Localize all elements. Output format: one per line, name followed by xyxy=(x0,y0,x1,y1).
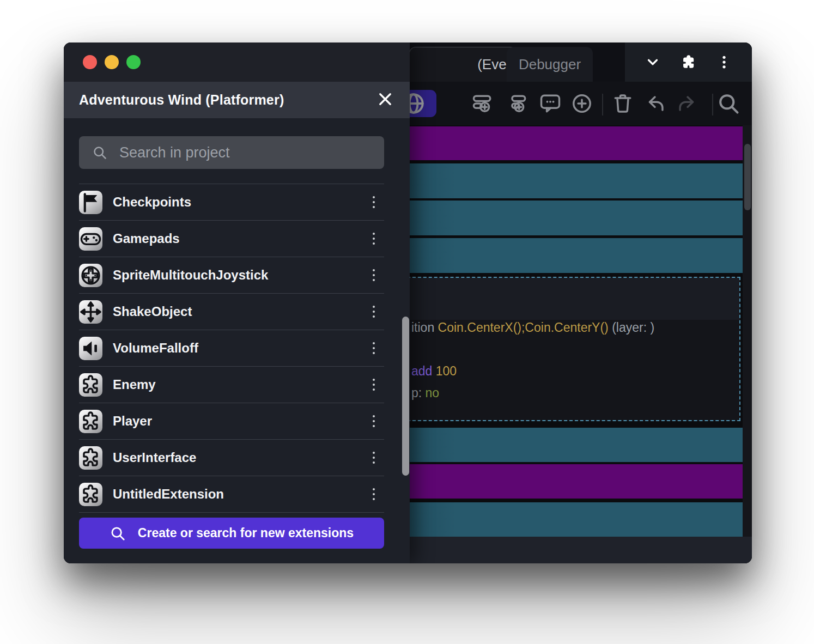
chevron-down-icon[interactable] xyxy=(645,54,661,70)
extension-list-item[interactable]: SpriteMultitouchJoystick xyxy=(79,257,384,293)
search-button[interactable] xyxy=(716,92,740,116)
extension-menu-button[interactable] xyxy=(363,446,384,470)
event-action-line[interactable]: p: no xyxy=(411,386,737,402)
code-token: (layer: ) xyxy=(609,320,654,335)
project-search-field[interactable] xyxy=(79,136,384,169)
flag-icon xyxy=(79,191,102,214)
extension-label: Checkpoints xyxy=(113,195,191,210)
joystick-icon xyxy=(79,264,102,287)
add-circle-button[interactable] xyxy=(570,92,594,116)
tab-debugger[interactable]: Debugger xyxy=(507,47,593,82)
event-row-teal[interactable] xyxy=(407,428,743,462)
kebab-icon[interactable] xyxy=(716,54,732,70)
event-row-purple[interactable] xyxy=(407,464,743,499)
event-action-line[interactable]: add 100 xyxy=(411,364,737,380)
fullscreen-window-button[interactable] xyxy=(126,55,141,69)
selected-event-block[interactable]: ition Coin.CenterX();Coin.CenterY() (lay… xyxy=(407,277,740,421)
event-row-teal[interactable] xyxy=(407,163,743,198)
add-comment-button[interactable] xyxy=(538,92,562,116)
undo-button[interactable] xyxy=(643,92,667,116)
extension-menu-button[interactable] xyxy=(363,409,384,433)
gamepad-icon xyxy=(79,227,102,251)
toolbar-divider xyxy=(602,94,603,116)
extension-label: UntitledExtension xyxy=(113,487,224,502)
code-token: add xyxy=(411,364,436,378)
search-icon xyxy=(110,525,126,542)
event-row-purple[interactable] xyxy=(407,126,743,160)
panel-scrollbar-thumb[interactable] xyxy=(402,317,409,476)
events-scrollbar-thumb[interactable] xyxy=(744,144,751,210)
close-window-button[interactable] xyxy=(83,55,97,69)
extension-list-item[interactable]: UserInterface xyxy=(79,439,384,476)
traffic-lights xyxy=(83,55,141,69)
add-event-button[interactable] xyxy=(471,92,495,116)
extension-label: UserInterface xyxy=(113,450,196,465)
app-window: (Events) Debugger ition Coin.CenterX();C… xyxy=(64,42,752,563)
minimize-window-button[interactable] xyxy=(105,55,119,69)
code-token: ition xyxy=(411,320,438,335)
search-input[interactable] xyxy=(118,144,374,162)
move-icon xyxy=(79,300,102,324)
extension-label: Gamepads xyxy=(113,231,180,246)
events-scrollbar-track[interactable] xyxy=(743,125,752,537)
puzzle-icon xyxy=(79,483,102,506)
code-token: 100 xyxy=(436,364,457,378)
code-token: no xyxy=(426,386,440,400)
extension-label: VolumeFalloff xyxy=(113,341,198,356)
extension-menu-button[interactable] xyxy=(363,336,384,360)
tab-debugger-label: Debugger xyxy=(519,56,581,73)
close-icon xyxy=(376,90,394,110)
extension-list-item[interactable]: Player xyxy=(79,403,384,439)
panel-header: Adventurous Wind (Platformer) xyxy=(64,82,410,118)
extension-list-item[interactable]: Enemy xyxy=(79,366,384,403)
extension-list-item[interactable]: Gamepads xyxy=(79,220,384,257)
extension-menu-button[interactable] xyxy=(363,190,384,214)
trash-button[interactable] xyxy=(611,92,635,116)
extension-list-item[interactable]: VolumeFalloff xyxy=(79,330,384,366)
puzzle-icon[interactable] xyxy=(681,54,697,70)
event-row-teal[interactable] xyxy=(407,502,743,537)
extension-menu-button[interactable] xyxy=(363,263,384,287)
extension-menu-button[interactable] xyxy=(363,300,384,324)
code-token: Coin.CenterX();Coin.CenterY() xyxy=(438,320,609,335)
project-title: Adventurous Wind (Platformer) xyxy=(79,92,284,108)
panel-close-button[interactable] xyxy=(376,91,394,110)
event-conditions-area[interactable] xyxy=(408,278,739,320)
create-extension-label: Create or search for new extensions xyxy=(138,526,354,540)
extension-menu-button[interactable] xyxy=(363,373,384,397)
add-sub-event-button[interactable] xyxy=(506,92,530,116)
extension-list-item[interactable]: Checkpoints xyxy=(79,184,384,220)
extension-label: Enemy xyxy=(113,377,156,392)
extensions-list: Checkpoints Gamepads SpriteMultitouchJoy… xyxy=(79,184,384,513)
event-action-line[interactable]: ition Coin.CenterX();Coin.CenterY() (lay… xyxy=(411,320,737,337)
window-titlebar xyxy=(64,42,410,82)
speaker-icon xyxy=(79,337,102,360)
extension-list-item[interactable]: UntitledExtension xyxy=(79,476,384,512)
code-token: p: xyxy=(411,386,426,400)
extension-list-item[interactable]: ShakeObject xyxy=(79,293,384,330)
puzzle-icon xyxy=(79,373,102,397)
extension-label: ShakeObject xyxy=(113,304,192,319)
extension-label: Player xyxy=(113,414,152,429)
puzzle-icon xyxy=(79,410,102,433)
extension-menu-button[interactable] xyxy=(363,227,384,251)
extension-menu-button[interactable] xyxy=(363,482,384,506)
event-row-teal[interactable] xyxy=(407,238,743,273)
create-extension-button[interactable]: Create or search for new extensions xyxy=(79,518,384,549)
puzzle-icon xyxy=(79,446,102,470)
redo-button[interactable] xyxy=(676,92,700,116)
search-icon xyxy=(92,145,107,160)
event-row-teal[interactable] xyxy=(407,201,743,235)
window-actions xyxy=(625,42,752,82)
extension-label: SpriteMultitouchJoystick xyxy=(113,268,268,283)
toolbar-divider xyxy=(712,94,713,116)
project-manager-panel: Adventurous Wind (Platformer) Checkpoint… xyxy=(64,42,410,563)
